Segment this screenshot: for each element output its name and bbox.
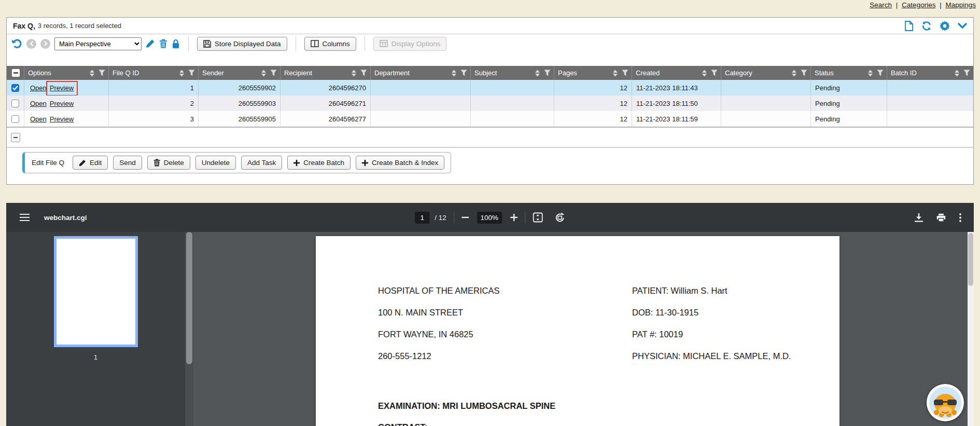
create-batch-index-button[interactable]: Create Batch & Index [356,156,444,170]
menu-icon[interactable] [20,214,30,221]
filter-icon[interactable] [544,70,551,76]
nav-forward-icon[interactable] [40,39,50,49]
delete-perspective-icon[interactable] [159,39,167,48]
column-header-department[interactable]: Department [371,66,471,80]
preview-link[interactable]: Preview [50,100,74,107]
open-link[interactable]: Open [30,84,47,92]
filter-icon[interactable] [360,70,367,76]
table-row: OpenPreview 1 2605559902 2604596270 12 1… [7,80,973,95]
octopus-mascot-icon[interactable] [926,383,964,422]
column-header-batch-id[interactable]: Batch ID [887,66,973,80]
preview-link[interactable]: Preview [50,115,74,123]
store-displayed-data-button[interactable]: Store Displayed Data [197,37,287,51]
page-thumbnail[interactable] [54,236,138,347]
filter-icon[interactable] [270,70,277,76]
undo-icon[interactable] [11,38,22,49]
edit-perspective-icon[interactable] [146,39,155,48]
column-header-sender[interactable]: Sender [199,66,281,80]
add-task-button[interactable]: Add Task [241,156,282,170]
toolbar-divider [188,36,189,51]
sort-icon[interactable] [535,70,540,77]
row-select-cell[interactable] [7,111,24,127]
zoom-out-icon[interactable] [461,216,469,218]
row-checkbox-checked[interactable] [11,84,19,92]
sort-icon[interactable] [451,70,457,77]
top-link-categories[interactable]: Categories [902,1,935,9]
link-separator: | [896,1,898,9]
filter-icon[interactable] [877,70,884,76]
filter-icon[interactable] [622,70,628,76]
open-link[interactable]: Open [30,100,47,107]
create-batch-button[interactable]: Create Batch [287,156,351,170]
column-header-options[interactable]: Options [24,66,109,80]
doc-line-examination: EXAMINATION: MRI LUMBOSACRAL SPINE [378,395,791,417]
sort-icon[interactable] [612,70,618,77]
status-cell: Pending [811,80,887,95]
row-select-cell[interactable] [7,95,24,111]
filter-icon[interactable] [801,70,807,76]
send-button[interactable]: Send [113,156,142,170]
table-row: OpenPreview 2 2605559903 2604596271 12 1… [7,95,973,111]
document-scrollbar-thumb[interactable] [968,233,973,286]
zoom-in-icon[interactable] [510,214,517,221]
undelete-button[interactable]: Undelete [195,156,236,170]
delete-button[interactable]: Delete [147,156,190,170]
collapse-actions-button[interactable] [11,133,20,142]
open-link[interactable]: Open [30,115,47,123]
filter-icon[interactable] [963,70,970,76]
new-document-icon[interactable] [904,21,914,31]
select-all-checkbox[interactable] [12,69,20,77]
file-q-id-cell: 3 [109,111,199,127]
document-scrollbar[interactable] [968,232,974,426]
filter-icon[interactable] [711,70,718,76]
sidebar-scrollbar-thumb[interactable] [186,232,192,364]
fit-page-icon[interactable] [533,212,543,223]
status-cell: Pending [811,111,887,127]
created-cell: 11-21-2023 18:11:50 [632,95,721,111]
edit-button[interactable]: Edit [73,156,108,170]
filter-icon[interactable] [460,70,467,76]
select-all-header[interactable] [7,66,24,80]
refresh-icon[interactable] [921,21,932,31]
row-select-cell[interactable] [7,80,24,95]
sidebar-scrollbar[interactable] [185,232,193,426]
column-header-subject[interactable]: Subject [471,66,554,80]
columns-icon [311,40,319,47]
row-checkbox[interactable] [11,115,19,123]
print-icon[interactable] [936,213,946,222]
sort-icon[interactable] [954,70,960,77]
rotate-icon[interactable] [554,212,565,223]
gear-icon[interactable] [940,21,950,31]
more-options-icon[interactable] [959,213,961,222]
row-checkbox[interactable] [11,100,19,107]
top-link-mappings[interactable]: Mappings [945,1,976,9]
sort-icon[interactable] [791,70,797,77]
doc-line-dob: DOB: 11-30-1915 [632,308,698,318]
sort-icon[interactable] [179,70,185,77]
sort-icon[interactable] [867,70,873,77]
column-header-status[interactable]: Status [811,66,887,80]
lock-perspective-icon[interactable] [172,39,180,49]
doc-line-hospital: HOSPITAL OF THE AMERICAS [378,286,632,296]
sort-icon[interactable] [261,70,267,77]
column-header-recipient[interactable]: Recipient [281,66,371,80]
page-number-input[interactable] [415,212,429,224]
column-header-created[interactable]: Created [632,66,721,80]
subject-cell [471,95,554,111]
column-header-pages[interactable]: Pages [554,66,632,80]
column-header-file-q-id[interactable]: File Q ID [109,66,199,80]
filter-icon[interactable] [188,70,195,76]
sort-icon[interactable] [702,70,707,77]
sort-icon[interactable] [351,70,357,77]
columns-button[interactable]: Columns [304,37,356,51]
sort-icon[interactable] [89,70,95,77]
top-link-search[interactable]: Search [870,1,892,9]
preview-link-highlighted[interactable]: Preview [50,84,74,92]
column-header-category[interactable]: Category [721,66,811,80]
filter-icon[interactable] [99,70,105,76]
chevron-down-icon[interactable] [958,23,967,29]
zoom-level-value[interactable]: 100% [477,212,502,224]
nav-back-icon[interactable] [26,39,36,49]
download-icon[interactable] [915,213,923,222]
perspective-select[interactable]: Main Perspective [54,37,142,50]
